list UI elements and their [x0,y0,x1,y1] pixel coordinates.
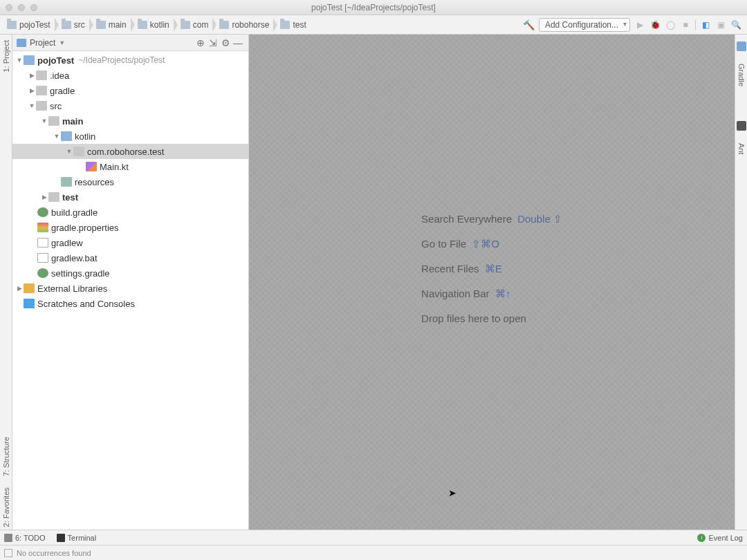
tree-label: kotlin [75,131,95,142]
tool-windows-icon[interactable] [4,549,12,557]
hint-drop: Drop files here to open [421,312,562,324]
gradle-tool-icon[interactable] [737,41,746,51]
favorites-tool-tab[interactable]: 2: Favorites [2,485,10,530]
chevron-down-icon[interactable]: ▼ [65,148,73,155]
debug-icon[interactable]: 🐞 [649,19,661,30]
breadcrumb-item[interactable]: main [89,18,131,32]
chevron-down-icon[interactable]: ▼ [15,57,24,64]
zoom-window-icon[interactable] [30,4,37,11]
ant-tool-tab[interactable]: Ant [737,140,746,158]
close-window-icon[interactable] [6,4,12,11]
tree-label: gradlew.bat [51,253,98,263]
tab-label: 6: TODO [15,534,46,542]
ant-tool-icon[interactable] [737,121,746,131]
script-file-icon [37,238,48,248]
locate-icon[interactable]: ⊕ [194,37,207,49]
folder-icon [48,116,59,126]
breadcrumb-item[interactable]: test [273,18,310,32]
folder-icon [36,86,47,95]
hint-label: Search Everywhere [421,213,512,225]
breadcrumb-item[interactable]: kotlin [131,18,174,32]
terminal-icon [57,534,65,542]
hide-icon[interactable]: — [232,37,244,49]
tree-item[interactable]: ▶ .idea [12,68,248,83]
resources-folder-icon [61,177,72,187]
folder-icon [36,101,47,111]
minimize-window-icon[interactable] [18,4,25,11]
breadcrumb-label: com [193,20,209,30]
tree-root[interactable]: ▼ pojoTest ~/IdeaProjects/pojoTest [12,53,248,68]
tree-path: ~/IdeaProjects/pojoTest [78,55,165,65]
tree-item-selected[interactable]: ▼ com.robohorse.test [12,144,248,159]
run-icon[interactable]: ▶ [634,19,645,30]
chevron-right-icon[interactable]: ▶ [28,72,36,79]
chevron-right-icon[interactable]: ▶ [40,194,48,200]
gear-icon[interactable]: ⚙ [219,37,232,49]
tree-label: build.gradle [51,207,98,218]
gradle-tool-tab[interactable]: Gradle [737,61,746,89]
tree-item[interactable]: ▶ External Libraries [12,281,248,296]
coverage-icon[interactable]: ◯ [665,19,676,30]
breadcrumb-label: test [293,20,306,30]
tree-item[interactable]: Main.kt [12,159,248,174]
chevron-down-icon[interactable]: ▼ [53,133,61,140]
breadcrumb-item[interactable]: com [174,18,213,32]
tree-item[interactable]: gradlew [12,235,248,250]
chevron-right-icon[interactable]: ▶ [28,87,36,94]
tree-item[interactable]: gradlew.bat [12,250,248,265]
terminal-tool-tab[interactable]: Terminal [57,534,97,542]
module-icon [24,55,35,65]
tree-item[interactable]: ▼ kotlin [12,129,248,144]
project-tree[interactable]: ▼ pojoTest ~/IdeaProjects/pojoTest ▶ .id… [12,51,248,530]
tree-item[interactable]: gradle.properties [12,220,248,235]
gradle-file-icon [37,207,48,217]
folder-icon [219,21,229,29]
libraries-icon [24,283,35,293]
project-tool-window: Project ▼ ⊕ ⇲ ⚙ — ▼ pojoTest ~/IdeaProje… [12,35,249,530]
run-config-selector[interactable]: Add Configuration... [539,18,630,32]
tree-item[interactable]: resources [12,174,248,189]
tree-item[interactable]: ▼ main [12,113,248,129]
stop-icon[interactable]: ■ [680,19,691,30]
chevron-down-icon[interactable]: ▼ [59,39,65,46]
editor-empty-state[interactable]: Search Everywhere Double ⇧ Go to File ⇧⌘… [249,35,735,530]
build-icon[interactable]: 🔨 [524,19,535,30]
status-bar: No occurrences found [0,545,747,560]
chevron-right-icon[interactable]: ▶ [15,285,24,292]
hint-recent-files: Recent Files ⌘E [421,263,562,275]
expand-all-icon[interactable]: ⇲ [207,37,219,49]
chevron-down-icon[interactable]: ▼ [28,102,36,109]
breadcrumb-item[interactable]: src [55,18,89,32]
breadcrumb-item[interactable]: robohorse [212,18,273,32]
tree-label: Main.kt [100,162,129,172]
search-icon[interactable]: 🔍 [730,19,741,30]
main-area: 1: Project 7: Structure 2: Favorites Pro… [0,35,747,530]
structure-tool-tab[interactable]: 7: Structure [2,434,10,479]
todo-tool-tab[interactable]: 6: TODO [4,534,46,542]
tree-item[interactable]: Scratches and Consoles [12,296,248,311]
event-log-tab[interactable]: i Event Log [697,534,743,542]
bat-file-icon [37,253,48,263]
tree-item[interactable]: build.gradle [12,205,248,220]
breadcrumb-item[interactable]: pojoTest [3,18,55,32]
tree-item[interactable]: ▶ test [12,189,248,205]
run-toolbar: 🔨 Add Configuration... ▶ 🐞 ◯ ■ ◧ ▣ 🔍 [524,18,744,32]
tree-label: Scratches and Consoles [37,299,135,309]
hint-search-everywhere: Search Everywhere Double ⇧ [421,213,562,225]
project-tool-tab[interactable]: 1: Project [2,37,10,75]
tree-item[interactable]: ▶ gradle [12,83,248,98]
tree-item[interactable]: settings.gradle [12,265,248,281]
run-anything-icon[interactable]: ▣ [715,19,726,30]
tree-item[interactable]: ▼ src [12,98,248,113]
gradle-file-icon [37,268,48,278]
folder-icon [96,21,106,29]
vcs-icon[interactable]: ◧ [700,19,711,30]
hint-nav-bar: Navigation Bar ⌘↑ [421,288,562,300]
tree-label: pojoTest [37,55,74,66]
chevron-down-icon[interactable]: ▼ [40,118,48,124]
hint-shortcut: ⇧⌘O [472,238,499,250]
tree-label: test [62,192,78,203]
folder-icon [7,21,17,29]
editor-hints: Search Everywhere Double ⇧ Go to File ⇧⌘… [421,213,562,324]
source-folder-icon [61,131,72,141]
